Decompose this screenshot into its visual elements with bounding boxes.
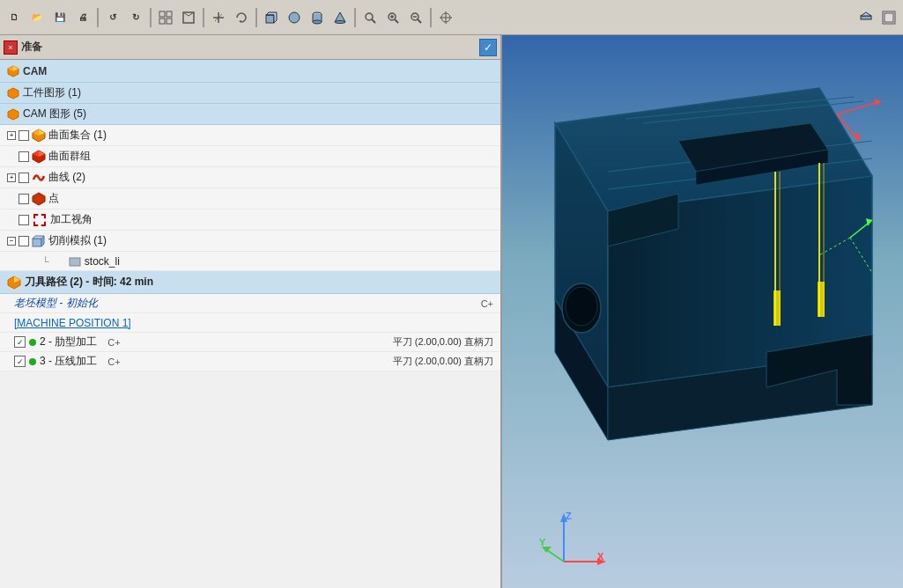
save-button[interactable]: 💾 bbox=[49, 7, 70, 28]
cylinder3d-button[interactable] bbox=[307, 7, 328, 28]
toolpath-section-header: 刀具路径 (2) - 时间: 42 min bbox=[0, 271, 500, 294]
stock-sim-icon bbox=[32, 234, 46, 248]
box3d-button[interactable] bbox=[261, 7, 282, 28]
svg-point-72 bbox=[566, 287, 597, 326]
tree-item-stock-li[interactable]: └ stock_li bbox=[0, 252, 500, 271]
checkbox-point[interactable] bbox=[19, 194, 29, 204]
panel-close-button[interactable]: × bbox=[4, 40, 18, 55]
tree-item-stock-sim[interactable]: − 切削模拟 (1) bbox=[0, 231, 500, 252]
geometry-section-header: 工件图形 (1) bbox=[0, 83, 500, 104]
3d-part-view bbox=[502, 35, 903, 588]
svg-rect-77 bbox=[773, 290, 781, 326]
svg-point-19 bbox=[313, 20, 322, 24]
tree-item-curve[interactable]: + 曲线 (2) bbox=[0, 167, 500, 188]
viewport[interactable]: Z X Y bbox=[502, 35, 903, 588]
svg-line-23 bbox=[372, 19, 375, 23]
op-press-shortcut: C+ bbox=[107, 356, 120, 367]
print-button[interactable]: 🖨 bbox=[72, 7, 93, 28]
sep3 bbox=[203, 8, 204, 27]
op-rib-shortcut: C+ bbox=[107, 337, 120, 348]
view3d-button[interactable] bbox=[178, 7, 199, 28]
sep6 bbox=[430, 8, 432, 27]
svg-marker-42 bbox=[8, 109, 19, 120]
svg-marker-49 bbox=[33, 193, 45, 205]
zoom-out-button[interactable] bbox=[405, 7, 426, 28]
cam-title: CAM bbox=[23, 65, 47, 77]
toolpath-icon bbox=[7, 276, 21, 290]
svg-rect-11 bbox=[266, 15, 274, 23]
cam-setup-button[interactable] bbox=[855, 7, 877, 28]
op-rib-label: 2 - 肋型加工 bbox=[40, 334, 97, 349]
zoom-in-button[interactable] bbox=[382, 7, 403, 28]
op-item-rib[interactable]: ✓ 2 - 肋型加工 C+ 平刀 (2.00,0.00) 直柄刀 bbox=[0, 333, 500, 352]
checkbox-machview[interactable] bbox=[19, 215, 29, 225]
redo-button[interactable]: ↻ bbox=[125, 7, 146, 28]
op-item-machine-pos[interactable]: [MACHINE POSITION 1] bbox=[0, 313, 500, 333]
tree-item-surface-group[interactable]: 曲面群组 bbox=[0, 146, 500, 167]
stock-li-label: stock_li bbox=[85, 255, 120, 268]
coordinate-axes: Z X Y bbox=[537, 509, 608, 562]
settings-button[interactable] bbox=[878, 7, 899, 28]
op-item-init[interactable]: 老坯模型 - 初始化 C+ bbox=[0, 294, 500, 313]
point-label: 点 bbox=[48, 191, 59, 206]
undo-button[interactable]: ↺ bbox=[102, 7, 123, 28]
machview-icon bbox=[33, 214, 46, 226]
svg-line-27 bbox=[395, 19, 398, 23]
checkbox-curve[interactable] bbox=[19, 173, 29, 183]
cam-icon bbox=[7, 65, 19, 77]
tree-item-surface-set[interactable]: + 曲面集合 (1) bbox=[0, 125, 500, 146]
cam-shapes-section-header: CAM 图形 (5) bbox=[0, 104, 500, 125]
new-button[interactable]: 🗋 bbox=[4, 7, 25, 28]
op-item-press[interactable]: ✓ 3 - 压线加工 C+ 平刀 (2.00,0.00) 直柄刀 bbox=[0, 352, 500, 371]
geometry-label: 工件图形 (1) bbox=[23, 85, 81, 100]
expand-curve[interactable]: + bbox=[7, 173, 16, 182]
svg-point-14 bbox=[289, 12, 300, 23]
op-machine-pos-label[interactable]: [MACHINE POSITION 1] bbox=[14, 317, 131, 329]
status-dot-rib bbox=[29, 339, 36, 346]
svg-text:Z: Z bbox=[566, 511, 572, 521]
cone3d-button[interactable] bbox=[329, 7, 351, 28]
svg-line-30 bbox=[418, 19, 421, 23]
main-content: × 准备 ✓ CAM 工件图形 (1) bbox=[0, 35, 903, 588]
svg-point-22 bbox=[366, 13, 373, 20]
op-init-label: 老坯模型 - 初始化 bbox=[14, 296, 98, 311]
svg-marker-10 bbox=[239, 20, 241, 23]
expand-stock-sim[interactable]: − bbox=[7, 237, 16, 246]
checkbox-press[interactable]: ✓ bbox=[14, 356, 26, 367]
open-button[interactable]: 📂 bbox=[26, 7, 48, 28]
stock-li-icon bbox=[69, 255, 81, 268]
checkbox-surface-group[interactable] bbox=[19, 151, 29, 162]
stock-li-connector: └ bbox=[42, 256, 49, 267]
rotate-button[interactable] bbox=[231, 7, 252, 28]
stock-sim-label: 切削模拟 (1) bbox=[48, 233, 107, 248]
sep1 bbox=[97, 8, 99, 27]
crosshair-button[interactable] bbox=[435, 7, 456, 28]
axis-button[interactable] bbox=[208, 7, 229, 28]
op-rib-tool: 平刀 (2.00,0.00) 直柄刀 bbox=[393, 335, 493, 349]
sphere3d-button[interactable] bbox=[284, 7, 305, 28]
svg-rect-0 bbox=[159, 11, 165, 17]
zoom-fit-button[interactable] bbox=[359, 7, 381, 28]
op-press-tool: 平刀 (2.00,0.00) 直柄刀 bbox=[393, 355, 493, 368]
svg-rect-54 bbox=[70, 258, 80, 266]
toolpath-label: 刀具路径 (2) - 时间: 42 min bbox=[25, 275, 153, 290]
svg-rect-3 bbox=[167, 18, 172, 24]
point-icon bbox=[32, 192, 46, 206]
svg-rect-34 bbox=[861, 16, 871, 19]
expand-surface-set[interactable]: + bbox=[7, 131, 16, 140]
tree-item-point[interactable]: 点 bbox=[0, 188, 500, 209]
tree-item-machview[interactable]: 加工视角 bbox=[0, 209, 500, 231]
surface-group-label: 曲面群组 bbox=[48, 149, 91, 164]
prep-label: 准备 bbox=[21, 40, 248, 55]
panel-header: × 准备 ✓ bbox=[0, 35, 500, 60]
geometry-icon bbox=[7, 87, 19, 99]
svg-point-21 bbox=[335, 20, 345, 23]
main-toolbar: 🗋 📂 💾 🖨 ↺ ↻ bbox=[0, 0, 903, 35]
panel-ok-button[interactable]: ✓ bbox=[479, 39, 497, 56]
svg-rect-78 bbox=[818, 282, 825, 317]
checkbox-stock-sim[interactable] bbox=[19, 236, 29, 246]
checkbox-rib[interactable]: ✓ bbox=[14, 336, 26, 348]
checkbox-surface-set[interactable] bbox=[19, 130, 29, 141]
surface-set-icon bbox=[32, 129, 46, 143]
grid-button[interactable] bbox=[155, 7, 176, 28]
